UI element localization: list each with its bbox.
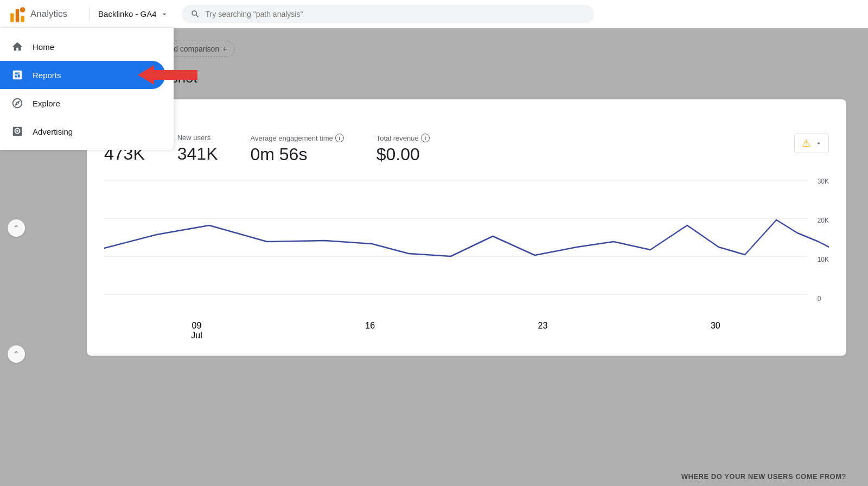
search-input[interactable] [206, 10, 585, 18]
search-icon [190, 9, 200, 19]
sidebar-panel: Home Reports Explore Advertising [0, 28, 174, 150]
metric-new-users: New users 341K [177, 134, 218, 164]
line-chart-svg [104, 178, 829, 302]
dropdown-chevron-icon [814, 139, 823, 148]
collapse-button-2[interactable]: ⌃ [8, 219, 25, 237]
metric-new-users-value: 341K [177, 144, 218, 164]
metric-revenue-label: Total revenue i [376, 134, 430, 142]
plus-icon: + [222, 45, 227, 53]
sidebar-item-reports-label: Reports [33, 71, 61, 80]
chart-container: 30K 20K 10K 0 [104, 178, 829, 319]
sidebar-item-home[interactable]: Home [0, 33, 174, 61]
logo-area: Analytics [9, 5, 80, 23]
main-content-area: A All Users Add comparison + Reports sna… [65, 28, 868, 486]
content-header: A All Users Add comparison + [87, 39, 846, 59]
app-name-label: Analytics [30, 9, 67, 20]
warning-triangle-icon: ⚠ [800, 137, 812, 149]
advertising-icon [11, 125, 24, 138]
alert-button[interactable]: ⚠ [794, 134, 829, 153]
collapse-button-3[interactable]: ⌃ [8, 345, 25, 363]
chart-y-labels: 30K 20K 10K 0 [818, 178, 829, 319]
search-bar[interactable] [182, 5, 594, 23]
y-label-10k: 10K [818, 256, 829, 263]
bar-chart-icon [11, 68, 24, 81]
explore-icon [11, 97, 24, 110]
metric-revenue-value: $0.00 [376, 144, 430, 165]
sidebar-item-advertising-label: Advertising [33, 127, 73, 136]
revenue-info-icon[interactable]: i [421, 134, 430, 142]
main-layout: ⌃ ⌃ ⌃ Home Reports Explore [0, 28, 868, 486]
svg-point-3 [20, 7, 25, 12]
sidebar-item-advertising[interactable]: Advertising [0, 117, 174, 146]
sidebar-item-explore[interactable]: Explore [0, 89, 174, 117]
x-label-30: 30 [711, 321, 720, 340]
x-label-09: 09 Jul [191, 321, 202, 340]
analytics-logo-icon [9, 5, 26, 23]
page-title: Reports snapshot [87, 70, 846, 86]
chevron-down-icon [160, 10, 169, 18]
y-label-30k: 30K [818, 178, 829, 185]
sidebar-item-explore-label: Explore [33, 99, 60, 108]
svg-rect-0 [10, 13, 14, 22]
metric-engagement-label: Average engagement time i [250, 134, 343, 142]
engagement-info-icon[interactable]: i [335, 134, 344, 142]
account-selector[interactable]: Backlinko - GA4 [98, 9, 169, 18]
sidebar-item-home-label: Home [33, 42, 54, 52]
metric-revenue: Total revenue i $0.00 [376, 134, 430, 165]
x-label-16: 16 [365, 321, 375, 340]
x-label-23: 23 [538, 321, 548, 340]
svg-rect-1 [16, 9, 19, 22]
sidebar-item-reports[interactable]: Reports [0, 61, 165, 89]
bottom-section-label: WHERE DO YOUR NEW USERS COME FROM? [681, 472, 846, 481]
svg-rect-2 [21, 16, 24, 22]
y-label-0: 0 [818, 295, 829, 302]
topbar: Analytics Backlinko - GA4 [0, 0, 868, 28]
topbar-divider [89, 8, 90, 21]
y-label-20k: 20K [818, 217, 829, 224]
metric-new-users-label: New users [177, 134, 218, 142]
metrics-row: Users 473K New users 341K Average engage… [104, 134, 829, 165]
metric-engagement-value: 0m 56s [250, 144, 343, 165]
red-arrow-annotation [138, 65, 197, 85]
chart-card: Users 473K New users 341K Average engage… [87, 99, 846, 356]
home-icon [11, 40, 24, 53]
account-name-label: Backlinko - GA4 [98, 9, 157, 18]
metric-engagement: Average engagement time i 0m 56s [250, 134, 343, 165]
